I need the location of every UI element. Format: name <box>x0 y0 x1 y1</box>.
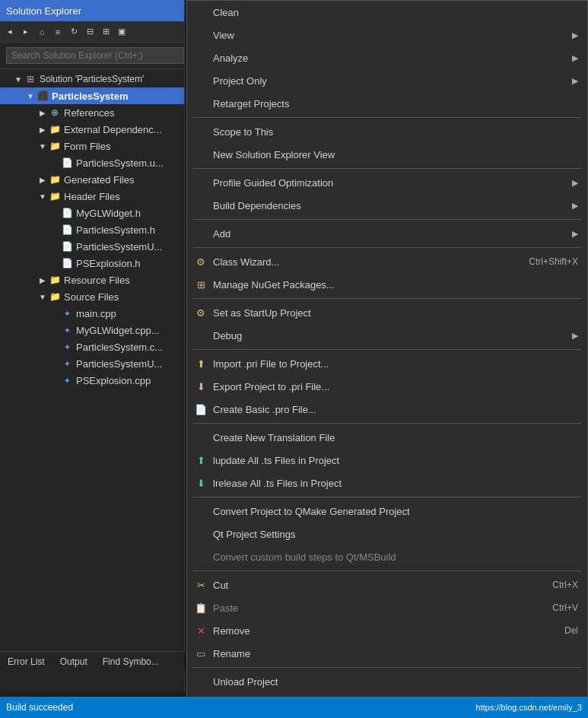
collapse-button[interactable]: ⊟ <box>83 25 97 39</box>
properties-pane-button[interactable]: ⊞ <box>99 25 113 39</box>
debug-arrow: ▶ <box>572 331 578 341</box>
tree-item-headerfiles[interactable]: 📁 Header Files <box>0 188 184 205</box>
menu-item-newsolutionview[interactable]: New Solution Explorer View <box>187 143 587 166</box>
menu-qtsettings-label: Qt Project Settings <box>213 529 578 540</box>
tree-item-particlessystem-ui[interactable]: 📄 ParticlesSystem.u... <box>0 154 184 171</box>
menu-item-unload[interactable]: Unload Project <box>187 670 587 693</box>
separator-5 <box>193 298 581 299</box>
menu-item-scopetothis[interactable]: Scope to This <box>187 120 587 143</box>
tree-item-main-cpp[interactable]: ✦ main.cpp <box>0 305 184 322</box>
tree-item-resourcefiles[interactable]: 📁 Resource Files <box>0 272 184 288</box>
tree-item-psexplosion-h[interactable]: 📄 PSExplosion.h <box>0 255 184 272</box>
tree-item-myglwidget-h[interactable]: 📄 MyGLWidget.h <box>0 205 184 221</box>
tree-item-extdep[interactable]: 📁 External Dependenc... <box>0 121 184 138</box>
solution-explorer: Solution Explorer ◂ ▸ ⌂ ≡ ↻ ⊟ ⊞ ▣ ⊞ Solu… <box>0 0 185 692</box>
menu-item-clean[interactable]: Clean <box>187 1 587 24</box>
ps-ui-label: ParticlesSystem.u... <box>76 157 164 169</box>
find-symbols-tab[interactable]: Find Symbo... <box>95 652 167 671</box>
separator-3 <box>193 219 581 220</box>
tree-item-solution[interactable]: ⊞ Solution 'ParticlesSystem' <box>0 71 184 87</box>
menu-item-projectonly[interactable]: Project Only ▶ <box>187 69 587 92</box>
error-list-tab[interactable]: Error List <box>0 652 52 671</box>
tree-item-myglwidget-cpp[interactable]: ✦ MyGLWidget.cpp... <box>0 322 184 338</box>
main-cpp-label: main.cpp <box>76 308 116 319</box>
sourcefiles-label: Source Files <box>64 291 119 303</box>
rename-icon: ▭ <box>193 646 208 661</box>
preview-button[interactable]: ▣ <box>115 25 129 39</box>
menu-lrelease-label: lrelease All .ts Files in Project <box>213 478 578 489</box>
menu-createpro-label: Create Basic .pro File... <box>213 404 578 415</box>
arrow-references <box>37 109 49 117</box>
menu-item-debug[interactable]: Debug ▶ <box>187 324 587 347</box>
tree-item-particlessystem-cpp[interactable]: ✦ ParticlesSystem.c... <box>0 338 184 355</box>
menu-importpri-label: Import .pri File to Project... <box>213 358 578 370</box>
back-button[interactable]: ◂ <box>3 25 17 39</box>
menu-item-convertqmake[interactable]: Convert Project to QMake Generated Proje… <box>187 500 587 523</box>
refresh-button[interactable]: ↻ <box>67 25 81 39</box>
menu-retarget-label: Retarget Projects <box>213 98 578 110</box>
menu-item-lrelease[interactable]: ⬇ lrelease All .ts Files in Project <box>187 472 587 494</box>
references-label: References <box>64 107 114 119</box>
menu-item-builddep[interactable]: Build Dependencies ▶ <box>187 194 587 217</box>
newsolutionview-icon <box>193 147 208 162</box>
menu-item-retarget[interactable]: Retarget Projects <box>187 92 587 115</box>
add-arrow: ▶ <box>572 229 578 239</box>
output-tab[interactable]: Output <box>52 652 95 671</box>
menu-item-qtsettings[interactable]: Qt Project Settings <box>187 523 587 545</box>
separator-8 <box>193 497 581 497</box>
menu-item-remove[interactable]: ✕ Remove Del <box>187 619 587 642</box>
psu-cpp-icon: ✦ <box>61 357 73 370</box>
menu-item-lupdate[interactable]: ⬆ lupdate All .ts Files in Project <box>187 449 587 472</box>
search-container <box>0 43 184 69</box>
menu-convertcustom-label: Convert custom build steps to Qt/MSBuild <box>213 551 578 563</box>
tree-item-project[interactable]: ⬛ ParticlesSystem <box>0 87 184 104</box>
tree-item-particlessystemu-cpp[interactable]: ✦ ParticlesSystemU... <box>0 355 184 372</box>
headerfiles-label: Header Files <box>64 191 120 202</box>
generatedfiles-icon: 📁 <box>49 173 61 186</box>
menu-item-createtranslation[interactable]: Create New Translation File <box>187 426 587 449</box>
pse-h-icon: 📄 <box>61 257 73 269</box>
menu-item-setstartup[interactable]: ⚙ Set as StartUp Project <box>187 301 587 324</box>
tree-item-particlessystem-h[interactable]: 📄 ParticlesSystem.h <box>0 221 184 238</box>
show-all-button[interactable]: ≡ <box>51 25 65 39</box>
search-input[interactable] <box>6 47 184 64</box>
menu-createtranslation-label: Create New Translation File <box>213 432 578 443</box>
menu-item-add[interactable]: Add ▶ <box>187 222 587 245</box>
menu-unload-label: Unload Project <box>213 676 578 688</box>
ps-cpp-icon: ✦ <box>61 341 73 353</box>
menu-item-analyze[interactable]: Analyze ▶ <box>187 46 587 69</box>
tree-item-references[interactable]: ⊕ References <box>0 104 184 121</box>
menu-item-createpro[interactable]: 📄 Create Basic .pro File... <box>187 398 587 421</box>
references-icon: ⊕ <box>49 106 61 119</box>
context-menu: Clean View ▶ Analyze ▶ Project Only ▶ Re… <box>186 0 588 718</box>
menu-item-profileguided[interactable]: Profile Guided Optimization ▶ <box>187 171 587 194</box>
menu-item-view[interactable]: View ▶ <box>187 24 587 46</box>
pse-cpp-label: PSExplosion.cpp <box>76 375 151 386</box>
forward-button[interactable]: ▸ <box>19 25 33 39</box>
tree-item-formfiles[interactable]: 📁 Form Files <box>0 138 184 154</box>
ps-h-label: ParticlesSystem.h <box>76 224 155 236</box>
createtranslation-icon <box>193 430 208 445</box>
menu-item-importpri[interactable]: ⬆ Import .pri File to Project... <box>187 352 587 375</box>
menu-item-exportpri[interactable]: ⬇ Export Project to .pri File... <box>187 375 587 398</box>
tree-item-generatedfiles[interactable]: 📁 Generated Files <box>0 171 184 188</box>
menu-scope-label: Scope to This <box>213 126 578 138</box>
menu-item-rename[interactable]: ▭ Rename <box>187 642 587 665</box>
menu-convertqmake-label: Convert Project to QMake Generated Proje… <box>213 506 578 517</box>
separator-10 <box>193 667 581 668</box>
home-button[interactable]: ⌂ <box>35 25 49 39</box>
menu-builddep-label: Build Dependencies <box>213 200 566 211</box>
menu-paste-label: Paste <box>213 602 537 614</box>
bottom-tabs: Error List Output Find Symbo... <box>0 651 185 671</box>
menu-item-managenuget[interactable]: ⊞ Manage NuGet Packages... <box>187 273 587 296</box>
psu-cpp-label: ParticlesSystemU... <box>76 358 162 370</box>
convertcustom-icon <box>193 549 208 564</box>
profileguided-icon <box>193 175 208 190</box>
tree-item-sourcefiles[interactable]: 📁 Source Files <box>0 288 184 305</box>
pse-h-label: PSExplosion.h <box>76 258 141 269</box>
tree-item-particlessystemu-h[interactable]: 📄 ParticlesSystemU... <box>0 238 184 255</box>
tree-item-psexplosion-cpp[interactable]: ✦ PSExplosion.cpp <box>0 372 184 389</box>
menu-item-cut[interactable]: ✂ Cut Ctrl+X <box>187 573 587 596</box>
managenuget-icon: ⊞ <box>193 277 208 292</box>
menu-item-classwizard[interactable]: ⚙ Class Wizard... Ctrl+Shift+X <box>187 250 587 273</box>
